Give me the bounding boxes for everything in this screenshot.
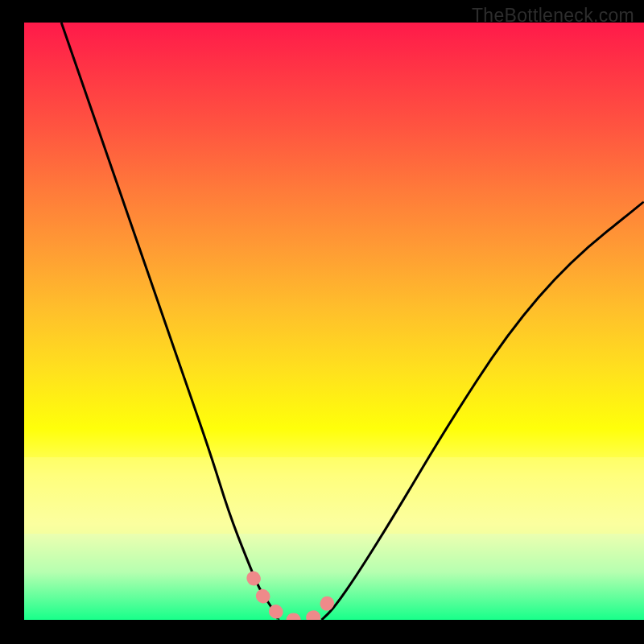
curve-line-group (61, 23, 644, 620)
pink-underline (254, 578, 334, 620)
chart-curves-svg (24, 23, 644, 620)
chart-frame: TheBottleneck.com (0, 0, 644, 644)
left-curve (61, 23, 279, 620)
right-curve (322, 202, 644, 620)
chart-plot-area (24, 23, 644, 620)
watermark-text: TheBottleneck.com (472, 5, 634, 27)
